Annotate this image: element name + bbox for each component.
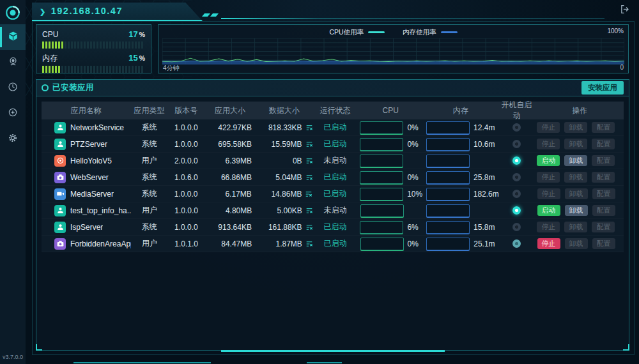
- sidebar-item-history[interactable]: [0, 75, 26, 101]
- topbar: ❯192.168.10.47: [32, 3, 633, 22]
- mem-limit-input[interactable]: [426, 204, 470, 217]
- data-size-cell: 818.33KB: [256, 123, 313, 132]
- autostart-cell: [498, 123, 536, 132]
- autostart-radio[interactable]: [512, 239, 521, 248]
- app-type: 系统: [131, 172, 168, 183]
- col-data-size: 数据大小: [256, 105, 313, 116]
- autostart-radio[interactable]: [512, 190, 521, 198]
- ops-cell: 停止卸载配置: [535, 122, 624, 133]
- bottom-deco-line: [73, 362, 211, 363]
- data-size: 5.00KB: [277, 206, 302, 215]
- webcam-icon: [7, 56, 19, 70]
- data-size-cell: 1.87MB: [256, 239, 313, 248]
- cpu-limit-input[interactable]: [360, 138, 403, 151]
- uninstall-button[interactable]: 卸载: [564, 155, 587, 166]
- clear-data-icon[interactable]: [305, 124, 313, 132]
- autostart-radio[interactable]: [512, 223, 521, 231]
- table-row: MediaServer系统1.0.0.06.17MB14.86MB已启动10%1…: [42, 186, 624, 202]
- stop-button: 停止: [537, 172, 560, 183]
- ops-cell: 停止卸载配置: [535, 222, 624, 232]
- mem-limit-input[interactable]: [426, 238, 470, 250]
- sidebar-item-apps[interactable]: [0, 24, 26, 50]
- stop-button[interactable]: 停止: [537, 238, 560, 249]
- mem-usage: 25.1m: [473, 239, 495, 248]
- uninstall-button: 卸载: [565, 238, 588, 249]
- stop-button: 停止: [537, 122, 560, 133]
- sidebar-item-settings[interactable]: [0, 126, 26, 152]
- app-name-cell: ForbiddenAreaApp: [42, 238, 131, 250]
- cpu-limit-input[interactable]: [360, 221, 403, 234]
- app-name: test_top_info_ha...: [70, 206, 131, 215]
- ops-cell: 停止卸载配置: [536, 188, 624, 199]
- start-button[interactable]: 启动: [537, 205, 560, 216]
- clear-data-icon[interactable]: [305, 207, 313, 215]
- mem-limit-input[interactable]: [426, 188, 470, 201]
- data-size-cell: 15.59MB: [256, 140, 313, 149]
- uninstall-button[interactable]: 卸载: [565, 205, 588, 216]
- cpu-limit-input[interactable]: [360, 188, 403, 201]
- start-button[interactable]: 启动: [537, 155, 560, 166]
- exit-icon: [619, 6, 630, 17]
- app-size: 66.86MB: [204, 173, 256, 182]
- cpu-limit-cell: 6%: [357, 221, 424, 234]
- autostart-radio[interactable]: [512, 206, 521, 215]
- mem-limit-input[interactable]: [426, 221, 470, 234]
- install-app-button[interactable]: 安装应用: [581, 81, 624, 95]
- mem-limit-cell: 25.8m: [424, 171, 498, 184]
- clear-data-icon[interactable]: [305, 157, 313, 165]
- autostart-radio[interactable]: [512, 156, 521, 165]
- app-size: 4.80MB: [205, 206, 256, 215]
- ops-cell: 启动卸载配置: [536, 205, 624, 216]
- table-row: test_top_info_ha...用户1.0.0.04.80MB5.00KB…: [42, 202, 624, 219]
- autostart-cell: [498, 190, 536, 198]
- logout-button[interactable]: [619, 4, 630, 17]
- mem-limit-input[interactable]: [426, 138, 470, 151]
- col-autostart: 开机自启动: [498, 100, 536, 121]
- slash-decoration: [210, 13, 219, 17]
- panel-title-dot-icon: [42, 84, 49, 91]
- mem-usage: 12.4m: [473, 123, 495, 132]
- autostart-radio[interactable]: [512, 123, 521, 132]
- cpu-limit-input[interactable]: [360, 155, 403, 167]
- cpu-limit-input[interactable]: [360, 238, 404, 250]
- cpu-usage: 0%: [407, 123, 418, 132]
- col-version: 版本号: [167, 105, 204, 116]
- legend-mem: 内存使用率: [403, 28, 458, 37]
- clear-data-icon[interactable]: [305, 224, 313, 231]
- clear-data-icon[interactable]: [305, 174, 313, 181]
- app-type: 用户: [131, 238, 168, 249]
- mem-limit-input[interactable]: [426, 121, 470, 134]
- clear-data-icon[interactable]: [305, 240, 313, 248]
- sidebar-item-target[interactable]: [0, 101, 26, 126]
- mem-limit-input[interactable]: [426, 171, 470, 184]
- cpu-limit-input[interactable]: [360, 204, 404, 217]
- sidebar-item-camera[interactable]: [0, 50, 26, 75]
- col-mem: 内存: [424, 105, 498, 116]
- clear-data-icon[interactable]: [305, 140, 313, 148]
- data-size-cell: 161.88KB: [256, 223, 313, 232]
- run-status: 已启动: [313, 139, 358, 149]
- stop-button: 停止: [537, 222, 560, 232]
- table-header: 应用名称 应用类型 版本号 应用大小 数据大小 运行状态 CPU 内存 开机自启…: [42, 102, 624, 119]
- data-size: 818.33KB: [268, 123, 302, 132]
- clear-data-icon[interactable]: [305, 190, 312, 198]
- table-row: PTZServer系统1.0.0.0695.58KB15.59MB已启动0%10…: [42, 136, 624, 153]
- chevron-right-icon: ❯: [40, 8, 47, 15]
- main-panel: CPU 17% 内存 15% CPU使用率 内存使用率 100%: [32, 21, 635, 355]
- app-logo-icon: [0, 1, 26, 24]
- autostart-radio[interactable]: [512, 173, 521, 181]
- autostart-radio[interactable]: [512, 140, 521, 148]
- col-app-size: 应用大小: [204, 105, 256, 116]
- legend-cpu-swatch: [368, 31, 385, 33]
- uninstall-button: 卸载: [564, 139, 587, 149]
- cpu-limit-input[interactable]: [360, 121, 403, 134]
- cpu-usage: 0%: [407, 173, 418, 182]
- mem-limit-input[interactable]: [426, 155, 470, 167]
- data-size: 15.59MB: [272, 140, 302, 149]
- app-type: 系统: [131, 122, 168, 133]
- mem-gauge-label: 内存: [42, 53, 58, 64]
- cpu-limit-input[interactable]: [360, 171, 403, 184]
- data-size-cell: 0B: [256, 156, 313, 165]
- data-size: 161.88KB: [268, 223, 302, 232]
- mem-limit-cell: 10.6m: [424, 138, 498, 151]
